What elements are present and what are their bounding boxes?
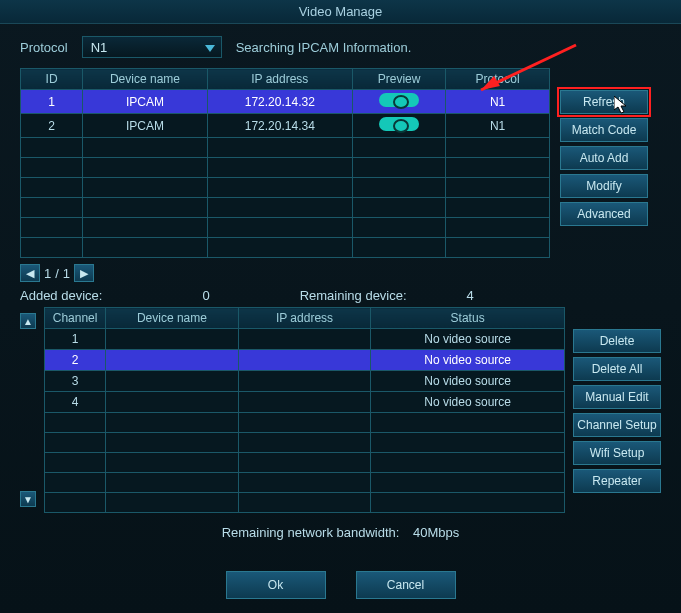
advanced-button[interactable]: Advanced bbox=[560, 202, 648, 226]
protocol-row: Protocol N1 Searching IPCAM Information. bbox=[20, 36, 661, 58]
page-current: 1 bbox=[44, 266, 51, 281]
column-header[interactable]: ID bbox=[21, 69, 83, 90]
device-search-table: IDDevice nameIP addressPreviewProtocol 1… bbox=[20, 68, 550, 258]
page-next-button[interactable]: ▶ bbox=[74, 264, 94, 282]
scroll-up-button[interactable]: ▲ bbox=[20, 313, 36, 329]
search-side-buttons: RefreshMatch CodeAuto AddModifyAdvanced bbox=[560, 90, 648, 226]
refresh-button[interactable]: Refresh bbox=[560, 90, 648, 114]
table-row[interactable]: 4No video source bbox=[45, 392, 565, 413]
table-row-empty bbox=[45, 413, 565, 433]
ok-button[interactable]: Ok bbox=[226, 571, 326, 599]
repeater-button[interactable]: Repeater bbox=[573, 469, 661, 493]
column-header[interactable]: Device name bbox=[83, 69, 207, 90]
scroll-down-button[interactable]: ▼ bbox=[20, 491, 36, 507]
page-total: 1 bbox=[63, 266, 70, 281]
title-bar: Video Manage bbox=[0, 0, 681, 24]
column-header[interactable]: Protocol bbox=[446, 69, 550, 90]
channel-setup-button[interactable]: Channel Setup bbox=[573, 413, 661, 437]
added-side-buttons: DeleteDelete AllManual EditChannel Setup… bbox=[573, 329, 661, 493]
table-row-empty bbox=[21, 198, 550, 218]
auto-add-button[interactable]: Auto Add bbox=[560, 146, 648, 170]
table-row[interactable]: 2IPCAM172.20.14.34N1 bbox=[21, 114, 550, 138]
table-row-empty bbox=[21, 138, 550, 158]
column-header[interactable]: Channel bbox=[45, 308, 106, 329]
page-prev-button[interactable]: ◀ bbox=[20, 264, 40, 282]
table-row-empty bbox=[21, 218, 550, 238]
column-header[interactable]: Preview bbox=[352, 69, 445, 90]
column-header[interactable]: Status bbox=[371, 308, 565, 329]
table-row-empty bbox=[45, 433, 565, 453]
delete-button[interactable]: Delete bbox=[573, 329, 661, 353]
preview-icon[interactable] bbox=[379, 117, 419, 131]
column-header[interactable]: Device name bbox=[106, 308, 239, 329]
window-title: Video Manage bbox=[299, 4, 383, 19]
modify-button[interactable]: Modify bbox=[560, 174, 648, 198]
preview-icon[interactable] bbox=[379, 93, 419, 107]
table-row-empty bbox=[45, 493, 565, 513]
table-row[interactable]: 1No video source bbox=[45, 329, 565, 350]
bandwidth-info: Remaining network bandwidth: 40Mbps bbox=[20, 525, 661, 540]
table-row[interactable]: 2No video source bbox=[45, 350, 565, 371]
delete-all-button[interactable]: Delete All bbox=[573, 357, 661, 381]
footer-buttons: Ok Cancel bbox=[0, 571, 681, 599]
column-header[interactable]: IP address bbox=[207, 69, 352, 90]
table-row[interactable]: 3No video source bbox=[45, 371, 565, 392]
manual-edit-button[interactable]: Manual Edit bbox=[573, 385, 661, 409]
column-header[interactable]: IP address bbox=[238, 308, 371, 329]
wifi-setup-button[interactable]: Wifi Setup bbox=[573, 441, 661, 465]
table-row-empty bbox=[21, 178, 550, 198]
table-row[interactable]: 1IPCAM172.20.14.32N1 bbox=[21, 90, 550, 114]
pager: ◀ 1 / 1 ▶ bbox=[20, 264, 661, 282]
table-row-empty bbox=[21, 238, 550, 258]
scroll-controls: ▲ ▼ bbox=[20, 307, 36, 507]
match-code-button[interactable]: Match Code bbox=[560, 118, 648, 142]
protocol-label: Protocol bbox=[20, 40, 68, 55]
added-device-table: ChannelDevice nameIP addressStatus 1No v… bbox=[44, 307, 565, 513]
table-row-empty bbox=[21, 158, 550, 178]
table-row-empty bbox=[45, 473, 565, 493]
table-row-empty bbox=[45, 453, 565, 473]
search-status: Searching IPCAM Information. bbox=[236, 40, 412, 55]
device-counts: Added device: 0 Remaining device: 4 bbox=[20, 288, 661, 303]
cancel-button[interactable]: Cancel bbox=[356, 571, 456, 599]
protocol-select[interactable]: N1 bbox=[82, 36, 222, 58]
